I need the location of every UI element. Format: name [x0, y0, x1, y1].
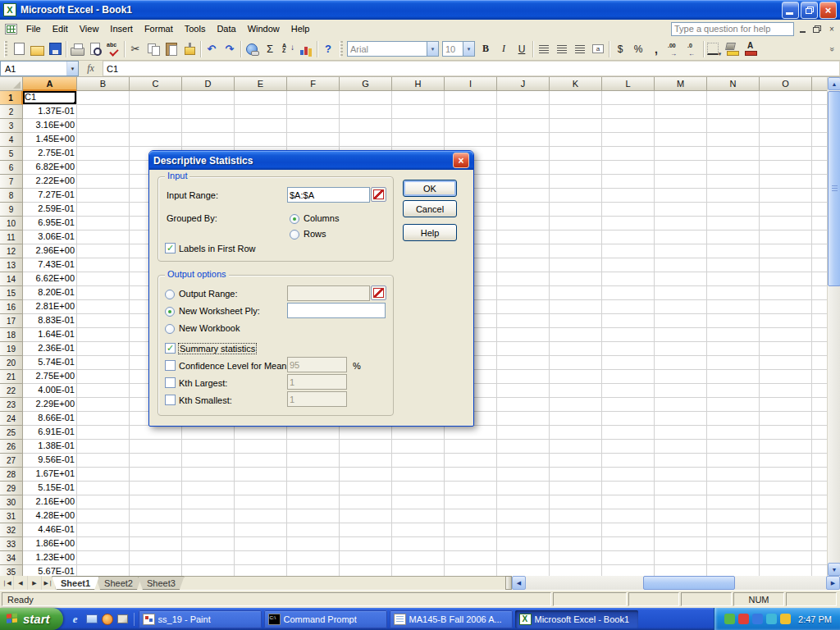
kth-smallest-label[interactable]: Kth Smallest:: [179, 395, 232, 405]
cell-h3[interactable]: [392, 119, 445, 133]
cell-j7[interactable]: [497, 175, 550, 189]
scroll-up-icon[interactable]: ▲: [828, 77, 840, 90]
row-header-5[interactable]: 5: [0, 147, 23, 161]
cell-i34[interactable]: [445, 551, 497, 565]
first-sheet-icon[interactable]: ❘◀: [0, 576, 14, 590]
taskbar-clock[interactable]: 2:47 PM: [798, 614, 832, 624]
cell-e29[interactable]: [235, 482, 287, 495]
cell-a30[interactable]: 2.16E+00: [23, 495, 77, 509]
row-header-35[interactable]: 35: [0, 565, 23, 576]
cell-k30[interactable]: [550, 495, 602, 509]
cell-k5[interactable]: [550, 147, 602, 161]
cell-i35[interactable]: [445, 565, 497, 576]
cell-k20[interactable]: [550, 356, 602, 370]
name-box[interactable]: A1 ▼: [0, 61, 79, 76]
cell-f27[interactable]: [287, 454, 340, 468]
cell-k9[interactable]: [550, 203, 602, 217]
italic-icon[interactable]: I: [495, 40, 513, 58]
cell-e2[interactable]: [235, 105, 287, 119]
cell-f34[interactable]: [287, 551, 340, 565]
cell-b25[interactable]: [77, 426, 130, 440]
cell-c29[interactable]: [130, 482, 182, 495]
column-header-l[interactable]: L: [602, 77, 655, 91]
column-header-f[interactable]: F: [287, 77, 340, 91]
cell-k21[interactable]: [550, 370, 602, 384]
cell-f29[interactable]: [287, 482, 340, 495]
cell-o10[interactable]: [760, 217, 812, 231]
cell-g31[interactable]: [340, 509, 392, 523]
cell-g25[interactable]: [340, 426, 392, 440]
input-range-field[interactable]: [287, 187, 370, 203]
cell-n3[interactable]: [707, 119, 760, 133]
cell-n6[interactable]: [707, 161, 760, 175]
cell-e1[interactable]: [235, 91, 287, 105]
cell-b27[interactable]: [77, 454, 130, 468]
cell-m20[interactable]: [655, 356, 707, 370]
minimize-button[interactable]: [782, 2, 799, 19]
confidence-level-label[interactable]: Confidence Level for Mean:: [179, 361, 290, 371]
menu-item-tools[interactable]: Tools: [179, 21, 212, 36]
confidence-level-checkbox[interactable]: [165, 360, 176, 371]
cell-k19[interactable]: [550, 342, 602, 356]
row-header-26[interactable]: 26: [0, 440, 23, 454]
cell-c2[interactable]: [130, 105, 182, 119]
row-header-1[interactable]: 1: [0, 91, 23, 105]
cell-i30[interactable]: [445, 495, 497, 509]
font-size-dropdown-icon[interactable]: ▼: [463, 42, 474, 56]
column-header-k[interactable]: K: [550, 77, 602, 91]
cell-j25[interactable]: [497, 426, 550, 440]
cell-a11[interactable]: 3.06E-01: [23, 231, 77, 244]
cell-a28[interactable]: 1.67E+01: [23, 468, 77, 482]
merge-center-icon[interactable]: [589, 40, 607, 58]
cell-n35[interactable]: [707, 565, 760, 576]
cell-g1[interactable]: [340, 91, 392, 105]
tray-icon[interactable]: [752, 614, 763, 624]
vertical-scroll-thumb[interactable]: [828, 91, 840, 286]
cell-f25[interactable]: [287, 426, 340, 440]
cell-l28[interactable]: [602, 468, 655, 482]
cell-l6[interactable]: [602, 161, 655, 175]
cell-f4[interactable]: [287, 133, 340, 147]
row-header-12[interactable]: 12: [0, 244, 23, 258]
cell-b18[interactable]: [77, 328, 130, 342]
dialog-close-button[interactable]: ×: [453, 153, 469, 168]
cell-b6[interactable]: [77, 161, 130, 175]
cell-e25[interactable]: [235, 426, 287, 440]
cell-l18[interactable]: [602, 328, 655, 342]
cell-b28[interactable]: [77, 468, 130, 482]
paste-icon[interactable]: [162, 40, 180, 58]
cell-l14[interactable]: [602, 272, 655, 286]
cell-j16[interactable]: [497, 300, 550, 314]
cell-b23[interactable]: [77, 398, 130, 412]
cell-a8[interactable]: 7.27E-01: [23, 189, 77, 203]
cell-l26[interactable]: [602, 440, 655, 454]
sort-ascending-icon[interactable]: [279, 40, 297, 58]
cell-j12[interactable]: [497, 244, 550, 258]
cell-b20[interactable]: [77, 356, 130, 370]
cell-f1[interactable]: [287, 91, 340, 105]
cell-f30[interactable]: [287, 495, 340, 509]
cell-l31[interactable]: [602, 509, 655, 523]
align-right-icon[interactable]: [571, 40, 589, 58]
new-workbook-label[interactable]: New Workbook: [179, 323, 240, 333]
cell-c4[interactable]: [130, 133, 182, 147]
cell-c1[interactable]: [130, 91, 182, 105]
cell-d34[interactable]: [182, 551, 235, 565]
cell-h35[interactable]: [392, 565, 445, 576]
cell-k27[interactable]: [550, 454, 602, 468]
previous-sheet-icon[interactable]: ◀: [14, 576, 28, 590]
cell-d25[interactable]: [182, 426, 235, 440]
cell-d32[interactable]: [182, 523, 235, 537]
cell-o16[interactable]: [760, 300, 812, 314]
cell-k35[interactable]: [550, 565, 602, 576]
cell-m22[interactable]: [655, 384, 707, 398]
cell-m14[interactable]: [655, 272, 707, 286]
cell-a5[interactable]: 2.75E-01: [23, 147, 77, 161]
cell-c26[interactable]: [130, 440, 182, 454]
column-header-h[interactable]: H: [392, 77, 445, 91]
cell-b35[interactable]: [77, 565, 130, 576]
cell-b11[interactable]: [77, 231, 130, 244]
cell-j31[interactable]: [497, 509, 550, 523]
cell-m31[interactable]: [655, 509, 707, 523]
menu-item-edit[interactable]: Edit: [47, 21, 74, 36]
